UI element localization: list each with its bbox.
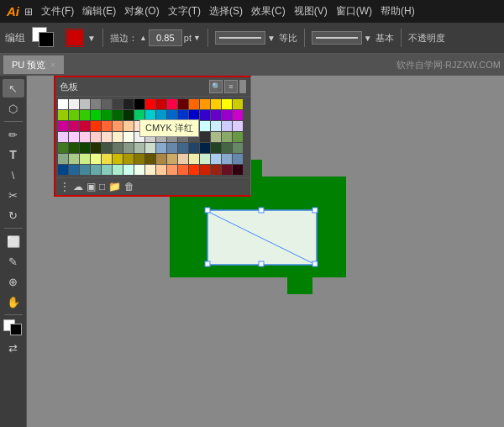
color-cell-82[interactable] (211, 143, 221, 153)
color-cell-19[interactable] (80, 110, 90, 120)
color-swatch-group[interactable] (32, 27, 55, 49)
handle-tm[interactable] (259, 208, 264, 213)
color-cell-103[interactable] (69, 165, 79, 175)
color-cell-1[interactable] (69, 99, 79, 109)
color-cell-89[interactable] (102, 154, 112, 164)
color-cell-102[interactable] (58, 165, 68, 175)
color-cell-53[interactable] (80, 132, 90, 142)
color-cell-39[interactable] (113, 121, 123, 131)
tool-line[interactable]: \ (3, 166, 24, 184)
color-cell-67[interactable] (233, 132, 243, 142)
color-cell-98[interactable] (200, 154, 210, 164)
color-cell-83[interactable] (222, 143, 232, 153)
line-style-1-arrow[interactable]: ▼ (267, 34, 276, 43)
color-cell-101[interactable] (233, 154, 243, 164)
tool-select[interactable]: ↖ (3, 79, 24, 98)
stroke-dropdown-arrow[interactable]: ▼ (87, 34, 96, 43)
color-cell-47[interactable] (200, 121, 210, 131)
color-cell-100[interactable] (222, 154, 232, 164)
handle-br[interactable] (312, 261, 318, 266)
color-cell-2[interactable] (80, 99, 90, 109)
palette-icon-4[interactable]: □ (99, 181, 105, 192)
palette-icon-3[interactable]: ▣ (87, 181, 96, 192)
color-cell-12[interactable] (189, 99, 199, 109)
color-cell-97[interactable] (189, 154, 199, 164)
color-cell-85[interactable] (58, 154, 68, 164)
tool-pencil[interactable]: ✎ (3, 252, 24, 271)
color-cell-91[interactable] (123, 154, 134, 164)
menu-text[interactable]: 文字(T) (168, 4, 201, 18)
stroke-color-box[interactable] (67, 30, 82, 45)
line-preview-1[interactable] (215, 31, 265, 45)
tool-swap[interactable]: ⇄ (3, 339, 24, 357)
color-cell-94[interactable] (156, 154, 166, 164)
color-cell-6[interactable] (123, 99, 134, 109)
tool-shape[interactable]: ⬡ (3, 99, 24, 118)
color-cell-20[interactable] (91, 110, 101, 120)
color-cell-31[interactable] (211, 110, 221, 120)
color-cell-5[interactable] (113, 99, 123, 109)
stroke-indicator[interactable] (66, 29, 84, 47)
menu-edit[interactable]: 编辑(E) (82, 4, 116, 18)
color-cell-104[interactable] (80, 165, 90, 175)
color-cell-7[interactable] (134, 99, 144, 109)
color-cell-75[interactable] (134, 143, 144, 153)
color-cell-66[interactable] (222, 132, 232, 142)
color-cell-54[interactable] (91, 132, 101, 142)
color-cell-64[interactable] (200, 132, 210, 142)
tab-close-button[interactable]: × (50, 61, 55, 70)
palette-icon-5[interactable]: 📁 (108, 181, 121, 192)
up-arrow[interactable]: ▲ (139, 34, 147, 42)
color-cell-4[interactable] (102, 99, 112, 109)
color-cell-18[interactable] (69, 110, 79, 120)
tool-pen[interactable]: ✏ (3, 125, 24, 144)
color-cell-36[interactable] (80, 121, 90, 131)
color-cell-56[interactable] (113, 132, 123, 142)
menu-object[interactable]: 对象(O) (124, 4, 159, 18)
color-cell-106[interactable] (102, 165, 112, 175)
down-arrow[interactable]: ▼ (193, 34, 201, 42)
color-cell-16[interactable] (233, 99, 243, 109)
color-cell-70[interactable] (80, 143, 90, 153)
color-cell-72[interactable] (102, 143, 112, 153)
menu-effect[interactable]: 效果(C) (251, 4, 286, 18)
canvas-area[interactable]: 色板 🔍 ≡ CMYK 洋红 ⋮ ☁ ▣ □ 📁 🗑 (27, 76, 504, 427)
palette-menu-icon[interactable]: ≡ (224, 80, 238, 93)
color-cell-78[interactable] (167, 143, 177, 153)
handle-bl[interactable] (205, 261, 210, 266)
palette-icon-1[interactable]: ⋮ (60, 181, 70, 192)
color-cell-105[interactable] (91, 165, 101, 175)
stroke-weight-input[interactable] (149, 29, 182, 46)
color-cell-109[interactable] (134, 165, 144, 175)
color-cell-69[interactable] (69, 143, 79, 153)
tool-rotate[interactable]: ↻ (3, 206, 24, 224)
color-cell-74[interactable] (123, 143, 134, 153)
tool-rectangle[interactable]: ⬜ (3, 232, 24, 250)
color-cell-88[interactable] (91, 154, 101, 164)
color-cell-76[interactable] (145, 143, 155, 153)
color-cell-40[interactable] (123, 121, 134, 131)
line-preview-2[interactable] (312, 31, 362, 45)
color-cell-71[interactable] (91, 143, 101, 153)
palette-search-icon[interactable]: 🔍 (209, 80, 223, 93)
tool-scissors[interactable]: ✂ (3, 186, 24, 204)
menu-help[interactable]: 帮助(H) (381, 4, 415, 18)
color-cell-73[interactable] (113, 143, 123, 153)
stroke-swatch[interactable] (39, 32, 54, 47)
color-cell-51[interactable] (58, 132, 68, 142)
color-cell-86[interactable] (69, 154, 79, 164)
color-cell-111[interactable] (156, 165, 166, 175)
color-cell-49[interactable] (222, 121, 232, 131)
color-cell-113[interactable] (178, 165, 188, 175)
tool-zoom[interactable]: ⊕ (3, 272, 24, 291)
color-cell-8[interactable] (145, 99, 155, 109)
color-cell-22[interactable] (113, 110, 123, 120)
color-cell-65[interactable] (211, 132, 221, 142)
color-cell-21[interactable] (102, 110, 112, 120)
color-cell-30[interactable] (200, 110, 210, 120)
color-cell-114[interactable] (189, 165, 199, 175)
color-cell-55[interactable] (102, 132, 112, 142)
color-cell-15[interactable] (222, 99, 232, 109)
color-cell-3[interactable] (91, 99, 101, 109)
color-cell-9[interactable] (156, 99, 166, 109)
